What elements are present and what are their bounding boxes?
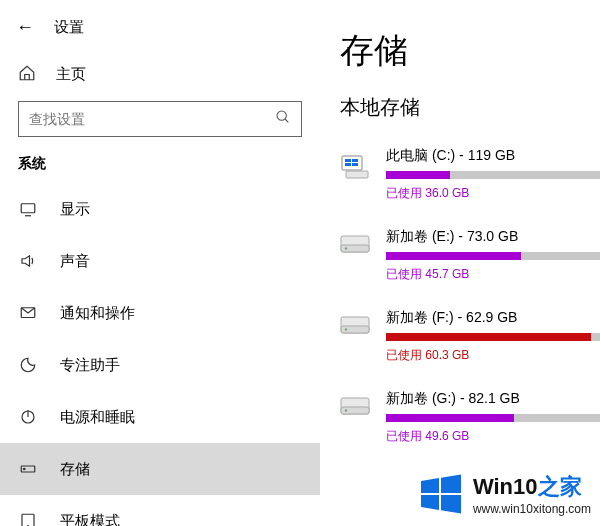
svg-line-1 [285, 119, 288, 122]
svg-point-19 [345, 247, 347, 249]
watermark-text: Win10之家 www.win10xitong.com [473, 472, 591, 516]
sidebar-item-label: 通知和操作 [60, 304, 135, 323]
window-title: 设置 [54, 18, 84, 37]
pc-icon [340, 147, 372, 202]
drive-icon [340, 228, 372, 283]
sidebar-item-notif[interactable]: 通知和操作 [0, 287, 320, 339]
drive-title: 新加卷 (F:) - 62.9 GB [386, 309, 600, 327]
sidebar-home[interactable]: 主页 [0, 54, 320, 95]
drive-used-text: 已使用 36.0 GB [386, 185, 600, 202]
storage-icon [18, 460, 38, 478]
tablet-icon [18, 512, 38, 526]
section-title-local-storage: 本地存储 [340, 94, 600, 121]
svg-point-22 [345, 328, 347, 330]
windows-logo-icon [419, 472, 463, 516]
display-icon [18, 200, 38, 218]
svg-rect-15 [352, 163, 358, 166]
svg-rect-9 [22, 514, 34, 526]
svg-point-0 [277, 111, 286, 120]
drive-title: 新加卷 (E:) - 73.0 GB [386, 228, 600, 246]
sidebar-home-label: 主页 [56, 65, 86, 84]
settings-sidebar: ← 设置 主页 系统 显示声音通知和操作专注助手电源和睡眠存储平板模式 [0, 0, 320, 526]
sidebar-item-label: 电源和睡眠 [60, 408, 135, 427]
power-icon [18, 408, 38, 426]
drive-icon [340, 390, 372, 445]
drive-title: 此电脑 (C:) - 119 GB [386, 147, 600, 165]
svg-rect-14 [345, 163, 351, 166]
page-title: 存储 [340, 28, 600, 74]
drive-used-text: 已使用 49.6 GB [386, 428, 600, 445]
drive-row[interactable]: 新加卷 (G:) - 82.1 GB已使用 49.6 GB [340, 390, 600, 445]
home-icon [18, 64, 36, 85]
svg-marker-28 [421, 495, 439, 510]
drive-row[interactable]: 此电脑 (C:) - 119 GB已使用 36.0 GB [340, 147, 600, 202]
svg-rect-16 [346, 171, 368, 178]
drive-used-text: 已使用 60.3 GB [386, 347, 600, 364]
drive-row[interactable]: 新加卷 (F:) - 62.9 GB已使用 60.3 GB [340, 309, 600, 364]
sidebar-section-system: 系统 [0, 155, 320, 183]
sidebar-item-label: 存储 [60, 460, 90, 479]
sidebar-item-tablet[interactable]: 平板模式 [0, 495, 320, 526]
svg-point-25 [345, 409, 347, 411]
sidebar-item-label: 声音 [60, 252, 90, 271]
drive-used-text: 已使用 45.7 GB [386, 266, 600, 283]
sidebar-item-display[interactable]: 显示 [0, 183, 320, 235]
svg-marker-27 [441, 475, 461, 494]
usage-bar [386, 171, 600, 179]
svg-rect-2 [21, 204, 35, 213]
sidebar-item-storage[interactable]: 存储 [0, 443, 320, 495]
main-panel: 存储 本地存储 此电脑 (C:) - 119 GB已使用 36.0 GB 新加卷… [340, 0, 600, 471]
search-input[interactable] [29, 111, 275, 127]
usage-bar [386, 333, 600, 341]
sidebar-item-focus[interactable]: 专注助手 [0, 339, 320, 391]
sidebar-item-label: 显示 [60, 200, 90, 219]
svg-rect-13 [352, 159, 358, 162]
search-box[interactable] [18, 101, 302, 137]
sidebar-item-label: 专注助手 [60, 356, 120, 375]
sidebar-item-power[interactable]: 电源和睡眠 [0, 391, 320, 443]
drive-row[interactable]: 新加卷 (E:) - 73.0 GB已使用 45.7 GB [340, 228, 600, 283]
notif-icon [18, 304, 38, 322]
svg-rect-12 [345, 159, 351, 162]
drive-icon [340, 309, 372, 364]
watermark: Win10之家 www.win10xitong.com [419, 472, 591, 516]
back-button[interactable]: ← [16, 17, 34, 38]
search-icon [275, 109, 291, 129]
sidebar-item-label: 平板模式 [60, 512, 120, 527]
usage-bar [386, 414, 600, 422]
drive-title: 新加卷 (G:) - 82.1 GB [386, 390, 600, 408]
focus-icon [18, 356, 38, 374]
svg-marker-29 [441, 495, 461, 514]
svg-point-8 [24, 468, 26, 470]
sidebar-item-sound[interactable]: 声音 [0, 235, 320, 287]
svg-marker-26 [421, 478, 439, 493]
sound-icon [18, 252, 38, 270]
title-bar: ← 设置 [0, 0, 320, 54]
usage-bar [386, 252, 600, 260]
